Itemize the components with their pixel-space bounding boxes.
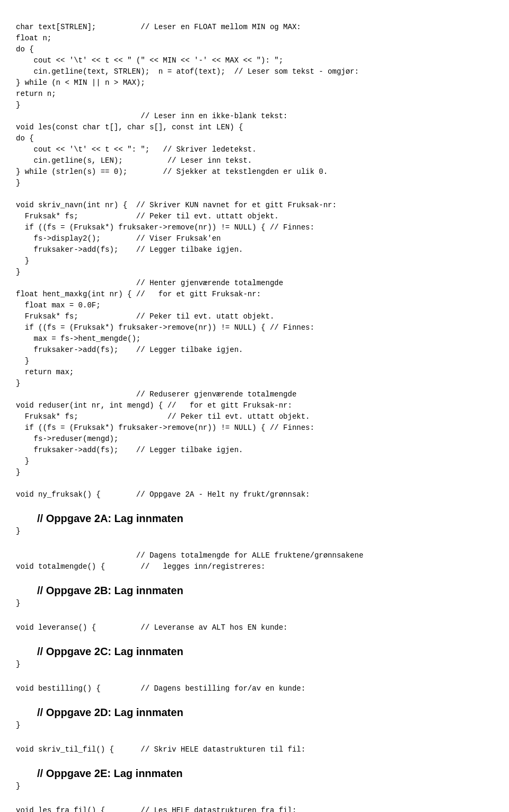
close-2c: } (16, 659, 493, 670)
skriv-fil-lines: void skriv_til_fil() { // Skriv HELE dat… (16, 733, 493, 766)
line-do2: do { (16, 134, 34, 143)
oppgave-2b-label: // Oppgave 2B: Lag innmaten (37, 585, 183, 596)
line-bestilling-func: void bestilling() { // Dagens bestilling… (16, 684, 305, 693)
line-display: fs->display2(); // Viser Fruksak'en (16, 234, 221, 243)
line-cout2: cout << '\t' << t << ": "; // Skriver le… (16, 145, 257, 154)
line-add3: fruksaker->add(fs); // Legger tilbake ig… (16, 446, 243, 454)
line-reduser-comment: // Reduserer gjenværende totalmengde (16, 390, 296, 399)
line-les: void les(const char t[], char s[], const… (16, 123, 243, 131)
line-max: float max = 0.0F; (16, 301, 101, 310)
line-close1: } (16, 101, 20, 109)
line-return2: return max; (16, 368, 74, 376)
line-cin2: cin.getline(s, LEN); // Leser inn tekst. (16, 156, 252, 165)
oppgave-2e-label: // Oppgave 2E: Lag innmaten (37, 767, 183, 779)
line-while: } while (n < MIN || n > MAX); (16, 78, 145, 87)
line-hent-mengde: max = fs->hent_mengde(); (16, 334, 141, 343)
oppgave-2a-label: // Oppgave 2A: Lag innmaten (37, 513, 183, 524)
line-close2: } (16, 179, 20, 187)
line-4: cout << '\t' << t << " (" << MIN << '-' … (16, 56, 283, 65)
line-ny-fruksak: void ny_fruksak() { // Oppgave 2A - Helt… (16, 490, 310, 499)
code-lines: char text[STRLEN]; // Leser en FLOAT mel… (16, 11, 493, 511)
line-skriv-navn: void skriv_navn(int nr) { // Skriver KUN… (16, 201, 337, 209)
oppgave-2a-bold: // Oppgave 2A: Lag innmaten (37, 513, 493, 525)
line-fs2: Fruksak* fs; // Peker til evt. utatt obj… (16, 312, 274, 321)
totalmengde-lines: // Dagens totalmengde for ALLE fruktene/… (16, 539, 493, 584)
line-close8: } (16, 468, 20, 476)
line-blank1: // Leser inn en ikke-blank tekst: (16, 112, 287, 120)
line-blank3 (16, 479, 20, 488)
oppgave-2d-bold: // Oppgave 2D: Lag innmaten (37, 707, 493, 719)
line-if2: if ((fs = (Fruksak*) fruksaker->remove(n… (16, 323, 314, 332)
line-close6: } (16, 379, 20, 387)
line-5: cin.getline(text, STRLEN); n = atof(text… (16, 67, 359, 76)
line-totalmengde-comment: // Dagens totalmengde for ALLE fruktene/… (16, 551, 363, 560)
oppgave-2b-bold: // Oppgave 2B: Lag innmaten (37, 585, 493, 597)
close-2a: } (16, 526, 493, 537)
close-2d: } (16, 720, 493, 731)
line-close7: } (16, 457, 29, 465)
line-hent-maxkg: float hent_maxkg(int nr) { // for et git… (16, 290, 261, 298)
line-close4: } (16, 268, 20, 276)
line-fs1: Fruksak* fs; // Peker til evt. uttatt ob… (16, 212, 279, 220)
line-return: return n; (16, 90, 56, 98)
line-2: float n; (16, 34, 51, 42)
line-while2: } while (strlen(s) == 0); // Sjekker at … (16, 167, 328, 176)
line-if3: if ((fs = (Fruksak*) fruksaker->remove(n… (16, 423, 314, 432)
line-reduser2: fs->reduser(mengd); (16, 435, 118, 443)
oppgave-2c-bold: // Oppgave 2C: Lag innmaten (37, 646, 493, 658)
les-fil-lines: void les_fra_fil() { // Les HELE datastr… (16, 794, 493, 812)
line-blank2 (16, 190, 20, 198)
line-close5: } (16, 357, 29, 365)
line-skriv-fil-func: void skriv_til_fil() { // Skriv HELE dat… (16, 745, 305, 754)
close-2e: } (16, 781, 493, 792)
line-leveranse-func: void leveranse() { // Leveranse av ALT h… (16, 623, 287, 632)
line-if1: if ((fs = (Fruksak*) fruksaker->remove(n… (16, 223, 314, 232)
line-reduser: void reduser(int nr, int mengd) { // for… (16, 401, 292, 410)
line-add1: fruksaker->add(fs); // Legger tilbake ig… (16, 245, 243, 254)
line-3: do { (16, 45, 34, 54)
oppgave-2d-label: // Oppgave 2D: Lag innmaten (37, 707, 183, 718)
leveranse-lines: void leveranse() { // Leveranse av ALT h… (16, 611, 493, 645)
line-add2: fruksaker->add(fs); // Legger tilbake ig… (16, 346, 243, 354)
line-totalmengde-func: void totalmengde() { // legges inn/regis… (16, 562, 265, 571)
bestilling-lines: void bestilling() { // Dagens bestilling… (16, 672, 493, 705)
close-2b: } (16, 598, 493, 609)
code-container: char text[STRLEN]; // Leser en FLOAT mel… (16, 11, 493, 812)
line-les-fil-func: void les_fra_fil() { // Les HELE datastr… (16, 806, 296, 812)
oppgave-2c-label: // Oppgave 2C: Lag innmaten (37, 646, 183, 657)
line-hent-comment: // Henter gjenværende totalmengde (16, 279, 283, 287)
oppgave-2e-bold: // Oppgave 2E: Lag innmaten (37, 767, 493, 780)
line-1: char text[STRLEN]; // Leser en FLOAT mel… (16, 23, 301, 31)
line-close3: } (16, 257, 29, 265)
line-fs3: Fruksak* fs; // Peker til evt. uttatt ob… (16, 412, 310, 421)
